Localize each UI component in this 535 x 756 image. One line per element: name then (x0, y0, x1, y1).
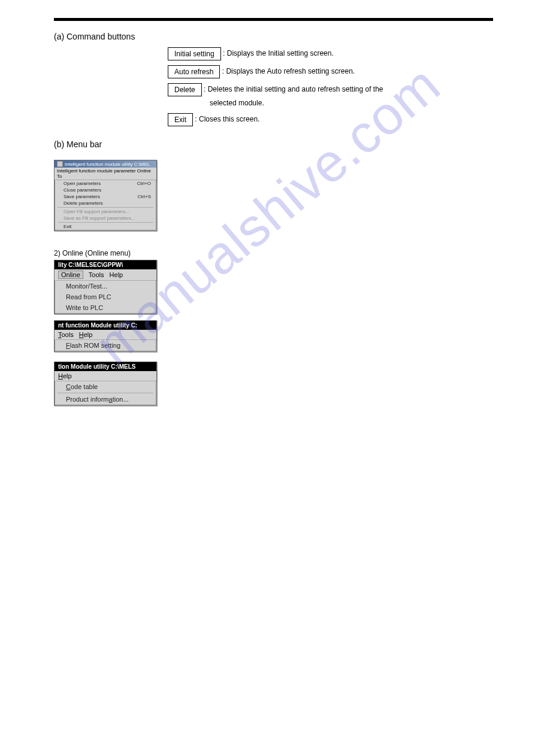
menu-open-fb-support: Open FB support parameters... (55, 208, 156, 215)
menu-tools[interactable]: Tools (89, 271, 104, 278)
command-buttons-block: Initial setting : Displays the Initial s… (168, 47, 493, 126)
menu-help[interactable]: Help (79, 331, 93, 338)
menu-help[interactable]: Help (110, 271, 123, 278)
exit-button[interactable]: Exit (168, 113, 193, 126)
menu-open-parameters[interactable]: Open parameters Ctrl+O (55, 180, 156, 187)
menubar[interactable]: Help (55, 371, 156, 381)
dropdown-menu: Code table Product information... (55, 381, 156, 405)
window-title: Intelligent function module utility C:\M… (65, 162, 150, 167)
window-titlebar: lity C:\MELSEC\GPPW\ (55, 260, 156, 269)
dropdown-menu: Monitor/Test... Read from PLC Write to P… (55, 281, 156, 314)
menu-delete-parameters[interactable]: Delete parameters (55, 200, 156, 207)
menu-monitor-test[interactable]: Monitor/Test... (55, 281, 156, 292)
menu-save-parameters[interactable]: Save parameters Ctrl+S (55, 193, 156, 200)
window-titlebar: Intelligent function module utility C:\M… (55, 160, 156, 168)
horizontal-rule (54, 18, 493, 21)
menubar[interactable]: Intelligent function module parameter On… (55, 168, 156, 180)
menu-online[interactable]: Online (58, 271, 83, 279)
delete-button[interactable]: Delete (168, 83, 202, 96)
exit-desc: : Closes this screen. (195, 115, 259, 123)
screenshot-online-menu: lity C:\MELSEC\GPPW\ Online Tools Help M… (54, 260, 493, 314)
section-b-heading: (b) Menu bar (54, 139, 493, 149)
delete-desc-cont: selected module. (210, 99, 264, 107)
window-titlebar: tion Module utility C:\MELS (55, 362, 156, 371)
menu-close-parameters[interactable]: Close parameters (55, 187, 156, 193)
screenshot-help-menu: tion Module utility C:\MELS Help Code ta… (54, 362, 493, 406)
auto-refresh-desc: : Displays the Auto refresh setting scre… (222, 67, 355, 75)
window-titlebar: nt function Module utility C: (55, 321, 156, 330)
menu-write-to-plc[interactable]: Write to PLC (55, 302, 156, 313)
menu-code-table[interactable]: Code table (55, 381, 156, 392)
auto-refresh-button[interactable]: Auto refresh (168, 65, 220, 78)
menu-tools[interactable]: Tools (58, 331, 74, 338)
dropdown-menu: Open parameters Ctrl+O Close parameters … (55, 180, 156, 230)
initial-setting-desc: : Displays the Initial setting screen. (223, 49, 334, 57)
dropdown-menu: Flash ROM setting (55, 340, 156, 351)
menu-exit[interactable]: Exit (55, 223, 156, 230)
initial-setting-button[interactable]: Initial setting (168, 47, 221, 60)
menu-flash-rom-setting[interactable]: Flash ROM setting (55, 340, 156, 351)
menu-product-information[interactable]: Product information... (55, 394, 156, 405)
online-menu-label: 2) Online (Online menu) (54, 249, 493, 257)
delete-desc: : Deletes the initial setting and auto r… (204, 85, 383, 93)
menu-read-from-plc[interactable]: Read from PLC (55, 292, 156, 302)
menubar[interactable]: Online Tools Help (55, 269, 156, 281)
app-icon (57, 161, 63, 167)
menu-save-fb-support: Save as FB support parameters... (55, 215, 156, 221)
menu-help[interactable]: Help (58, 372, 72, 379)
screenshot-parameter-menu: Intelligent function module utility C:\M… (54, 160, 493, 231)
menubar[interactable]: Tools Help (55, 330, 156, 340)
screenshot-tools-menu: nt function Module utility C: Tools Help… (54, 320, 493, 352)
section-a-heading: (a) Command buttons (54, 32, 493, 41)
